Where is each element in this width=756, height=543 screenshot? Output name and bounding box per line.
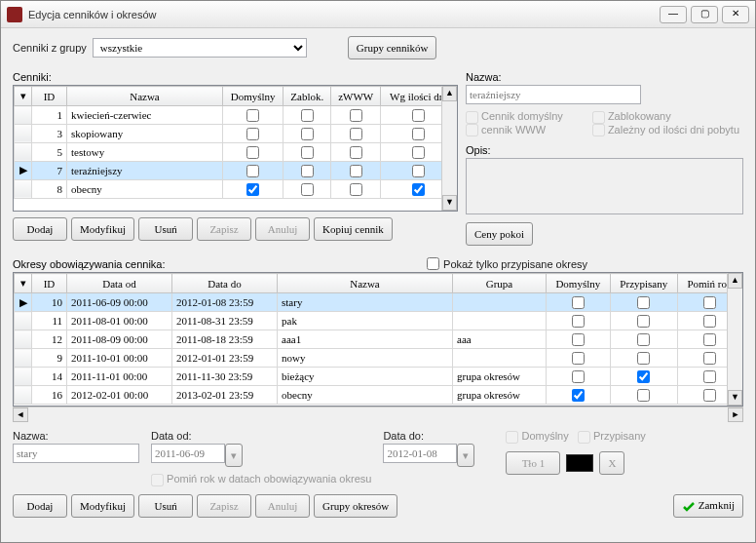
table-row[interactable]: ▶102011-06-09 00:002012-01-08 23:59stary: [15, 293, 742, 312]
grid-checkbox[interactable]: [301, 165, 314, 177]
table-row[interactable]: ▶7teraźniejszy: [15, 161, 457, 179]
okres-default-label: Domyślny: [521, 430, 568, 442]
okres-delete-button[interactable]: Usuń: [138, 494, 193, 518]
grid-checkbox[interactable]: [412, 109, 425, 122]
okres-od-picker: ▾: [225, 444, 243, 467]
cenniki-modify-button[interactable]: Modyfikuj: [71, 217, 134, 241]
grid-checkbox[interactable]: [301, 146, 314, 159]
grid-checkbox[interactable]: [350, 128, 362, 140]
cenniki-delete-button[interactable]: Usuń: [138, 217, 193, 241]
okresy-filter-label: Pokaż tylko przypisane okresy: [443, 258, 587, 270]
scroll-up-icon[interactable]: ▲: [728, 273, 742, 289]
grid-checkbox[interactable]: [246, 183, 259, 196]
grid-checkbox[interactable]: [246, 146, 259, 159]
okresy-filter-checkbox[interactable]: [427, 257, 439, 270]
detail-default-label: Cennik domyślny: [481, 110, 563, 122]
close-window-button[interactable]: ✕: [722, 6, 749, 23]
grid-checkbox[interactable]: [572, 296, 585, 309]
detail-depends-checkbox: [592, 124, 605, 136]
grid-checkbox[interactable]: [246, 109, 259, 122]
app-icon: [7, 7, 22, 22]
grid-checkbox[interactable]: [703, 370, 716, 383]
grid-checkbox[interactable]: [412, 146, 425, 159]
grid-checkbox[interactable]: [572, 370, 585, 383]
scroll-right-icon[interactable]: ►: [728, 407, 743, 422]
cenniki-add-button[interactable]: Dodaj: [13, 217, 67, 241]
grid-checkbox[interactable]: [703, 352, 716, 365]
table-row[interactable]: 1kwiecień-czerwiec: [15, 106, 457, 125]
grid-checkbox[interactable]: [246, 128, 259, 140]
detail-name-input: [466, 85, 641, 104]
grid-checkbox[interactable]: [703, 296, 716, 309]
maximize-button[interactable]: ▢: [691, 6, 718, 23]
okres-pomin-label: Pomiń rok w datach obowiązywania okresu: [167, 473, 371, 485]
grid-checkbox[interactable]: [246, 165, 259, 177]
table-row[interactable]: 5testowy: [15, 142, 457, 161]
detail-blocked-label: Zablokowany: [608, 110, 671, 122]
grid-checkbox[interactable]: [637, 389, 650, 402]
okres-add-button[interactable]: Dodaj: [13, 494, 67, 518]
table-row[interactable]: 142011-11-01 00:002011-11-30 23:59bieżąc…: [15, 368, 742, 386]
cenniki-scrollbar[interactable]: ▲ ▼: [441, 86, 457, 211]
okres-assigned-checkbox: [578, 431, 590, 444]
cenniki-copy-button[interactable]: Kopiuj cennik: [314, 217, 393, 241]
okresy-hscroll[interactable]: ◄ ►: [13, 407, 743, 422]
grid-checkbox[interactable]: [412, 165, 425, 177]
grid-checkbox[interactable]: [350, 109, 362, 122]
detail-www-checkbox: [466, 124, 478, 136]
grid-checkbox[interactable]: [637, 352, 650, 365]
grid-checkbox[interactable]: [572, 315, 585, 328]
grid-checkbox[interactable]: [637, 370, 650, 383]
grid-checkbox[interactable]: [637, 333, 650, 346]
color-clear-button: X: [599, 451, 624, 475]
detail-name-label: Nazwa:: [466, 71, 743, 83]
window-title: Edycja cenników i okresów: [28, 9, 656, 20]
detail-opis-textarea: [466, 158, 743, 214]
detail-blocked-checkbox: [592, 111, 605, 124]
table-row[interactable]: 122011-08-09 00:002011-08-18 23:59aaa1aa…: [15, 330, 742, 349]
window: Edycja cenników i okresów — ▢ ✕ Cenniki …: [0, 0, 756, 543]
grid-checkbox[interactable]: [637, 315, 650, 328]
groups-button[interactable]: Grupy cenników: [348, 36, 437, 59]
grid-checkbox[interactable]: [412, 128, 425, 140]
table-row[interactable]: 3skopiowany: [15, 124, 457, 142]
okresy-grid[interactable]: ▾IDData odData doNazwaGrupaDomyślnyPrzyp…: [13, 272, 743, 407]
okres-groups-button[interactable]: Grupy okresów: [314, 494, 397, 518]
okres-pomin-checkbox: [151, 474, 164, 486]
table-row[interactable]: 8obecny: [15, 179, 457, 198]
scroll-up-icon[interactable]: ▲: [442, 86, 457, 101]
group-select[interactable]: wszystkie: [93, 38, 307, 58]
scroll-down-icon[interactable]: ▼: [442, 195, 457, 211]
grid-checkbox[interactable]: [572, 389, 585, 402]
color-preview: [566, 454, 593, 472]
table-row[interactable]: 92011-10-01 00:002012-01-01 23:59nowy: [15, 349, 742, 368]
cenniki-grid[interactable]: ▾IDNazwaDomyślnyZablok.zWWWWg ilości dni…: [13, 85, 458, 212]
grid-checkbox[interactable]: [572, 352, 585, 365]
grid-checkbox[interactable]: [350, 165, 362, 177]
zamknij-button[interactable]: Zamknij: [673, 494, 743, 518]
grid-checkbox[interactable]: [301, 183, 314, 196]
grid-checkbox[interactable]: [350, 146, 362, 159]
scroll-down-icon[interactable]: ▼: [728, 390, 742, 406]
table-row[interactable]: 162012-02-01 00:002013-02-01 23:59obecny…: [15, 386, 742, 405]
detail-opis-label: Opis:: [466, 144, 743, 156]
okres-od-input: [151, 444, 225, 463]
titlebar: Edycja cenników i okresów — ▢ ✕: [1, 1, 755, 28]
grid-checkbox[interactable]: [703, 389, 716, 402]
okres-modify-button[interactable]: Modyfikuj: [71, 494, 134, 518]
ceny-pokoi-button[interactable]: Ceny pokoi: [466, 222, 533, 246]
okresy-scrollbar[interactable]: ▲ ▼: [727, 273, 742, 406]
grid-checkbox[interactable]: [572, 333, 585, 346]
scroll-left-icon[interactable]: ◄: [13, 407, 28, 422]
grid-checkbox[interactable]: [301, 109, 314, 122]
okres-od-label: Data od:: [151, 430, 371, 442]
grid-checkbox[interactable]: [703, 333, 716, 346]
grid-checkbox[interactable]: [301, 128, 314, 140]
grid-checkbox[interactable]: [350, 183, 362, 196]
tlo-button: Tło 1: [506, 451, 560, 475]
grid-checkbox[interactable]: [412, 183, 425, 196]
table-row[interactable]: 112011-08-01 00:002011-08-31 23:59pak: [15, 312, 742, 330]
grid-checkbox[interactable]: [637, 296, 650, 309]
grid-checkbox[interactable]: [703, 315, 716, 328]
minimize-button[interactable]: —: [660, 6, 687, 23]
